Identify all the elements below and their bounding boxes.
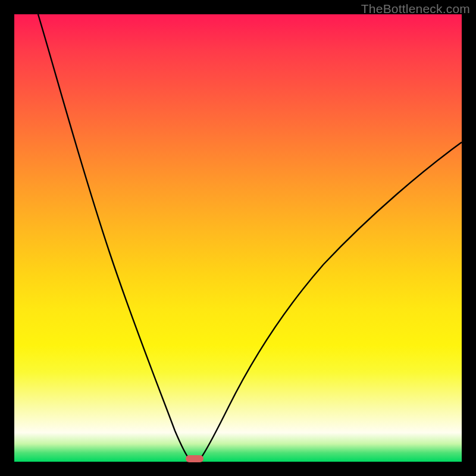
- curve-layer: [14, 14, 462, 462]
- watermark-text: TheBottleneck.com: [361, 2, 470, 16]
- chart-frame: TheBottleneck.com: [0, 0, 476, 476]
- curve-right-branch: [199, 142, 462, 461]
- minimum-marker: [186, 455, 203, 462]
- curve-left-branch: [38, 14, 191, 461]
- plot-area: [14, 14, 462, 462]
